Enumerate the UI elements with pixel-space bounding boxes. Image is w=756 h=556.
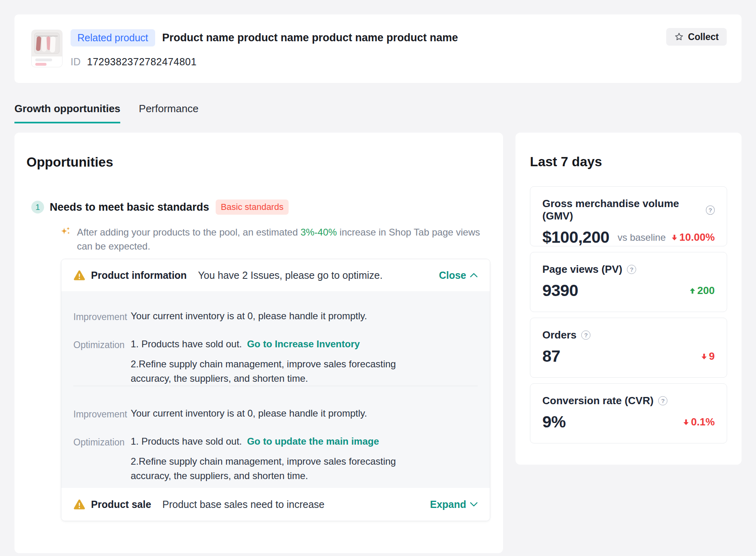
product-id-label: ID: [71, 56, 81, 68]
stats-panel: Last 7 days Gross merchandise volume (GM…: [515, 133, 742, 465]
product-information-title: Product information: [91, 270, 187, 281]
header-card: Related product Product name product nam…: [14, 14, 742, 83]
star-icon: [674, 32, 684, 42]
item-description: After adding your products to the pool, …: [77, 225, 482, 253]
tab-performance[interactable]: Performance: [139, 103, 198, 123]
product-information-card: Product information You have 2 Issues, p…: [61, 259, 490, 521]
issue-block: Improvement Your current inventory is at…: [61, 291, 490, 386]
improvement-label: Improvement: [73, 408, 131, 420]
opportunities-panel: Opportunities 1 Needs to meet basic stan…: [14, 133, 503, 553]
product-sale-subtitle: Product base sales need to increase: [162, 499, 324, 510]
stat-card-pv: Page views (PV) ? 9390 200: [530, 252, 727, 312]
warning-icon: [73, 270, 85, 281]
stat-card-cvr: Conversion rate (CVR) ? 9% 0.1%: [530, 383, 727, 443]
product-information-header: Product information You have 2 Issues, p…: [61, 259, 490, 291]
chevron-up-icon: [470, 273, 478, 278]
arrow-down-icon: [683, 419, 689, 425]
optimization-detail: 2.Refine supply chain management, improv…: [131, 454, 413, 483]
improvement-text: Your current inventory is at 0, please h…: [131, 408, 367, 420]
product-name: Product name product name product name p…: [162, 32, 458, 44]
product-image-icon: [31, 30, 63, 67]
stat-card-gmv: Gross merchandise volume (GMV) ? $100,20…: [530, 186, 727, 246]
related-product-badge: Related product: [71, 29, 155, 46]
estimate-highlight: 3%-40%: [301, 227, 337, 238]
collect-button[interactable]: Collect: [666, 28, 727, 46]
collect-button-label: Collect: [688, 32, 719, 42]
pv-delta: 200: [689, 284, 715, 297]
gmv-value: $100,200: [542, 228, 609, 247]
product-information-subtitle: You have 2 Issues, please go to optimize…: [198, 270, 383, 281]
warning-icon: [73, 499, 85, 510]
orders-value: 87: [542, 347, 560, 366]
stats-title: Last 7 days: [530, 154, 742, 169]
optimization-text: 1. Products have sold out.: [131, 436, 242, 447]
tab-growth-opportunities[interactable]: Growth opportunities: [14, 103, 120, 123]
orders-label: Orders: [542, 329, 576, 341]
close-button-label: Close: [439, 270, 466, 281]
cvr-value: 9%: [542, 413, 566, 431]
item-title: Needs to meet basic standards: [50, 201, 209, 214]
update-main-image-link[interactable]: Go to update the main image: [247, 436, 379, 447]
cvr-label: Conversion rate (CVR): [542, 395, 653, 407]
expand-button-label: Expand: [430, 499, 466, 510]
product-sale-row: Product sale Product base sales need to …: [61, 488, 490, 521]
baseline-label: vs baseline: [618, 232, 666, 243]
orders-delta: 9: [701, 350, 715, 363]
tab-bar: Growth opportunities Performance: [14, 103, 198, 123]
help-icon[interactable]: ?: [706, 205, 715, 215]
cvr-delta: 0.1%: [683, 416, 715, 428]
optimization-detail: 2.Refine supply chain management, improv…: [131, 357, 413, 386]
arrow-down-icon: [671, 234, 677, 241]
optimization-text: 1. Products have sold out.: [131, 338, 242, 349]
issue-block: Improvement Your current inventory is at…: [61, 386, 490, 488]
gmv-label: Gross merchandise volume (GMV): [542, 197, 701, 222]
product-thumbnail: [31, 30, 63, 67]
optimization-label: Optimization: [73, 338, 131, 386]
expand-button[interactable]: Expand: [430, 499, 478, 510]
sparkle-icon: [60, 226, 71, 253]
chevron-down-icon: [470, 502, 478, 507]
product-sale-title: Product sale: [91, 499, 151, 510]
pv-label: Page views (PV): [542, 263, 622, 276]
help-icon[interactable]: ?: [658, 396, 667, 405]
arrow-down-icon: [701, 353, 707, 360]
product-id-value: 1729382372782474801: [87, 56, 197, 68]
arrow-up-icon: [689, 288, 695, 294]
optimization-label: Optimization: [73, 436, 131, 483]
product-information-body: Improvement Your current inventory is at…: [61, 291, 490, 488]
item-number-badge: 1: [31, 201, 44, 214]
help-icon[interactable]: ?: [581, 330, 590, 340]
help-icon[interactable]: ?: [627, 265, 636, 274]
opportunities-title: Opportunities: [26, 155, 491, 170]
basic-standards-badge: Basic standards: [216, 199, 289, 215]
stat-card-orders: Orders ? 87 9: [530, 318, 727, 378]
improvement-label: Improvement: [73, 310, 131, 322]
increase-inventory-link[interactable]: Go to Increase Inventory: [247, 338, 360, 349]
pv-value: 9390: [542, 281, 578, 300]
close-button[interactable]: Close: [439, 270, 478, 281]
gmv-delta: 10.00%: [671, 231, 715, 244]
improvement-text: Your current inventory is at 0, please h…: [131, 310, 367, 322]
